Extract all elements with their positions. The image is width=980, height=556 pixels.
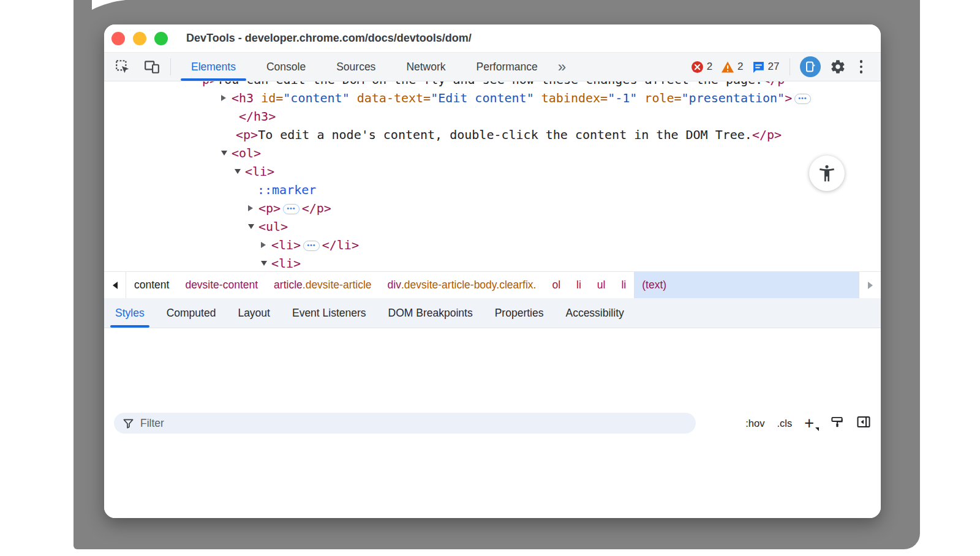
tab-sources[interactable]: Sources	[321, 53, 391, 81]
dom-node-code: <ol>	[232, 144, 261, 162]
tab-dom-breakpoints[interactable]: DOM Breakpoints	[377, 298, 484, 328]
issues-count-badge[interactable]: 27	[752, 61, 780, 73]
device-toolbar-icon[interactable]	[143, 58, 160, 75]
breadcrumb-item[interactable]: content	[126, 272, 177, 298]
tab-elements[interactable]: Elements	[176, 53, 251, 81]
dom-tree-row[interactable]: <p>To edit a node's content, double-clic…	[104, 126, 881, 144]
zoom-window-button[interactable]	[154, 32, 168, 45]
dom-tree-row[interactable]: </h3>	[104, 107, 881, 126]
collapse-arrow-icon[interactable]	[261, 254, 267, 271]
dom-tree-row[interactable]: <p>•••</p>	[104, 199, 881, 217]
dom-tree-row[interactable]: <h3 id="content" data-text="Edit content…	[104, 89, 881, 107]
toolbar-divider	[790, 58, 790, 75]
expand-ellipsis-button[interactable]: •••	[283, 204, 300, 214]
error-count-badge[interactable]: 2	[691, 61, 712, 73]
collapse-arrow-icon[interactable]	[221, 144, 227, 162]
dom-node-code: <ul>	[258, 217, 288, 236]
code-token-tag: </p>	[302, 201, 331, 216]
tab-accessibility[interactable]: Accessibility	[554, 298, 635, 328]
code-token-tag: <li>	[271, 238, 301, 252]
code-token-tag: <li>	[271, 256, 301, 271]
devtools-window: DevTools - developer.chrome.com/docs/dev…	[104, 24, 881, 518]
styles-pane-controls: :hov .cls +	[745, 415, 871, 432]
expand-ellipsis-button[interactable]: •••	[794, 94, 811, 104]
tab-event-listeners[interactable]: Event Listeners	[281, 298, 377, 328]
toggle-hover-state-button[interactable]: :hov	[745, 418, 764, 429]
rendering-brush-icon[interactable]	[830, 415, 844, 432]
expand-arrow-icon[interactable]	[261, 236, 266, 254]
tab-layout[interactable]: Layout	[227, 298, 281, 328]
code-token-attr: data-text=	[350, 91, 431, 105]
settings-gear-icon[interactable]	[829, 58, 846, 75]
minimize-window-button[interactable]	[133, 32, 146, 45]
code-token-txt: You can edit the DOM on the fly and see …	[217, 81, 763, 87]
new-style-rule-button[interactable]: +	[804, 417, 818, 429]
code-token-tag: <p>	[258, 201, 281, 216]
collapse-arrow-icon[interactable]	[248, 217, 254, 236]
code-token-val: "-1"	[608, 91, 637, 105]
tab-performance[interactable]: Performance	[461, 53, 553, 81]
code-token-txt: To edit a node's content, double-click t…	[258, 127, 752, 142]
warning-count-badge[interactable]: 2	[721, 61, 743, 73]
breadcrumb-scroll-left-button[interactable]	[104, 272, 126, 298]
breadcrumb-part-tag: (text)	[642, 279, 666, 291]
tab-styles[interactable]: Styles	[104, 298, 156, 328]
inspect-element-icon[interactable]	[114, 58, 131, 75]
breadcrumb-item[interactable]: devsite-content	[177, 272, 266, 298]
dom-tree-row[interactable]: <li>•••</li>	[104, 236, 881, 254]
dock-sidebar-toggle-icon[interactable]	[856, 415, 871, 431]
expand-ellipsis-button[interactable]: •••	[303, 241, 320, 251]
code-token-tag: </li>	[322, 238, 359, 252]
code-token-val: "Edit content"	[431, 91, 534, 105]
expand-arrow-icon[interactable]	[221, 89, 226, 107]
dom-node-code: ::marker	[257, 181, 316, 199]
more-tabs-button[interactable]: »	[553, 53, 571, 80]
dom-node-code: <p>•••</p>	[258, 199, 331, 217]
ai-assistance-button[interactable]	[800, 56, 821, 77]
issues-icon	[752, 61, 765, 73]
breadcrumb-part-class: .devsite-article	[303, 279, 372, 291]
style-filter-field[interactable]	[114, 413, 696, 434]
breadcrumb-item[interactable]: li	[613, 272, 634, 298]
accessibility-overlay-button[interactable]	[809, 156, 845, 191]
toolbar-right: 2 2 27	[691, 56, 881, 77]
breadcrumb-item[interactable]: div.devsite-article-body.clearfix.	[380, 272, 545, 298]
tab-properties[interactable]: Properties	[484, 298, 555, 328]
tab-network[interactable]: Network	[391, 53, 461, 81]
dom-tree-row[interactable]: ::marker	[104, 181, 881, 199]
more-options-kebab-icon[interactable]	[855, 58, 868, 76]
tab-computed[interactable]: Computed	[156, 298, 227, 328]
breadcrumb-part-tag: li	[621, 279, 626, 291]
dom-tree-row[interactable]: p>You can edit the DOM on the fly and se…	[104, 81, 881, 89]
breadcrumb-item[interactable]: (text)	[634, 272, 859, 298]
dom-node-code: p>You can edit the DOM on the fly and se…	[202, 81, 785, 89]
dom-node-code: <h3 id="content" data-text="Edit content…	[232, 89, 813, 107]
chevron-right-icon	[868, 282, 873, 289]
devtools-toolbar: ElementsConsoleSourcesNetworkPerformance…	[104, 53, 881, 81]
breadcrumb-item[interactable]: article.devsite-article	[266, 272, 380, 298]
styles-filter-bar: :hov .cls +	[104, 328, 881, 518]
breadcrumb-part-tag: li	[576, 279, 581, 291]
dom-tree-row[interactable]: <ol>	[104, 144, 881, 162]
code-token-attr: tabindex=	[534, 91, 608, 105]
collapse-arrow-icon[interactable]	[235, 162, 241, 181]
breadcrumb: contentdevsite-contentarticle.devsite-ar…	[126, 272, 859, 298]
tab-console[interactable]: Console	[251, 53, 321, 81]
breadcrumb-item[interactable]: ul	[589, 272, 614, 298]
code-token-tag: <p>	[236, 127, 258, 142]
dom-tree-row[interactable]: <li>	[104, 254, 881, 271]
expand-arrow-icon[interactable]	[248, 199, 253, 217]
dom-tree-row[interactable]: <li>	[104, 162, 881, 181]
breadcrumb-item[interactable]: ol	[544, 272, 568, 298]
panel-tabs: ElementsConsoleSourcesNetworkPerformance	[176, 53, 553, 81]
breadcrumb-part-plain: content	[134, 279, 169, 291]
toggle-element-classes-button[interactable]: .cls	[777, 418, 792, 429]
breadcrumb-scroll-right-button[interactable]	[859, 272, 881, 298]
breadcrumb-part-class: .devsite-article-body.clearfix.	[401, 279, 536, 291]
close-window-button[interactable]	[111, 32, 125, 45]
style-filter-input[interactable]	[140, 417, 687, 430]
code-token-attr: role=	[637, 91, 681, 105]
breadcrumb-item[interactable]: li	[568, 272, 589, 298]
dom-tree-row[interactable]: <ul>	[104, 217, 881, 236]
code-token-tag: >	[785, 91, 792, 105]
